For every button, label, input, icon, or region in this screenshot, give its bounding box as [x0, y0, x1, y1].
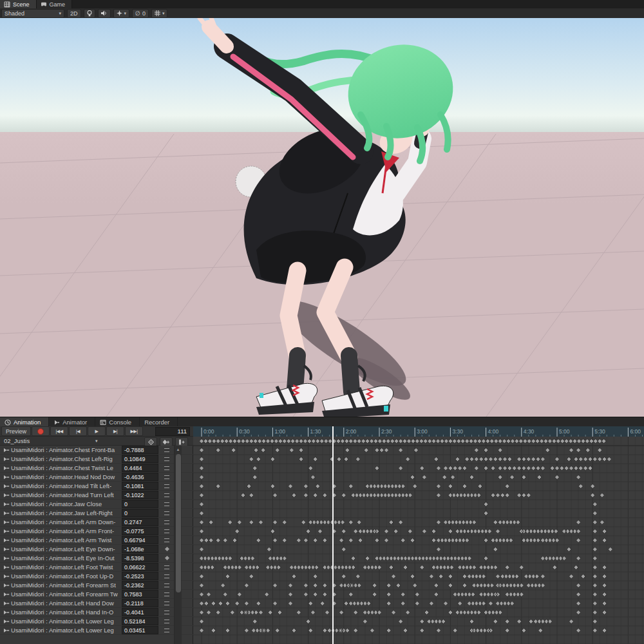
ruler-label: 2:30: [381, 428, 392, 435]
property-row[interactable]: UsamiMidori : Animator.Left Arm Down-0.2…: [0, 518, 193, 527]
go-to-start-button[interactable]: |◀◀: [50, 426, 68, 436]
row-context-menu-button[interactable]: [158, 592, 175, 596]
property-value-field[interactable]: 0.2747: [122, 518, 158, 526]
property-value-field[interactable]: 0.03451: [122, 626, 158, 634]
property-row[interactable]: UsamiMidori : Animator.Left Forearm Tw0.…: [0, 590, 193, 599]
go-to-end-button[interactable]: ▶▶|: [125, 426, 143, 436]
scroll-up-arrow-icon[interactable]: ▲: [175, 446, 182, 453]
clip-dropdown[interactable]: 02_Justis: [0, 437, 30, 444]
property-row[interactable]: UsamiMidori : Animator.Chest Left-Rig0.1…: [0, 455, 193, 464]
next-key-button[interactable]: ▶|: [106, 426, 124, 436]
property-value-field[interactable]: 0.7583: [122, 590, 158, 598]
playhead[interactable]: [332, 426, 334, 644]
property-row[interactable]: UsamiMidori : Animator.Left Forearm St-0…: [0, 581, 193, 590]
property-row[interactable]: UsamiMidori : Animator.Jaw Left-Right0: [0, 509, 193, 518]
scene-lighting-toggle[interactable]: [84, 9, 95, 18]
shading-mode-dropdown[interactable]: Shaded ▾: [1, 9, 64, 18]
scene-effects-dropdown[interactable]: ▾: [113, 9, 130, 18]
property-value-field[interactable]: -0.1081: [122, 482, 158, 490]
property-value-field[interactable]: -0.2118: [122, 599, 158, 607]
row-context-menu-button[interactable]: [158, 611, 175, 614]
property-value-field[interactable]: 0.4484: [122, 464, 158, 472]
property-value-field[interactable]: 0.66794: [122, 536, 158, 544]
row-context-menu-button[interactable]: [158, 538, 175, 542]
vertical-scrollbar[interactable]: ▲: [174, 446, 182, 644]
property-value-field[interactable]: -0.1022: [122, 491, 158, 499]
property-row[interactable]: UsamiMidori : Animator.Left Eye Down--1.…: [0, 545, 193, 554]
row-context-menu-button[interactable]: [158, 547, 175, 551]
keyframe-outline-icon: [148, 439, 154, 445]
timeline-ruler[interactable]: 0:000:301:001:302:002:303:003:304:004:30…: [193, 426, 644, 437]
row-context-menu-button[interactable]: [158, 529, 175, 533]
property-row[interactable]: UsamiMidori : Animator.Left Foot Up-D-0.…: [0, 572, 193, 581]
row-context-menu-button[interactable]: [158, 502, 175, 506]
property-value-field[interactable]: -0.7888: [122, 446, 158, 454]
property-row[interactable]: UsamiMidori : Animator.Left Arm Twist0.6…: [0, 536, 193, 545]
property-row[interactable]: UsamiMidori : Animator.Left Hand Dow-0.2…: [0, 599, 193, 608]
row-context-menu-button[interactable]: [158, 466, 175, 470]
row-context-menu-button[interactable]: [158, 457, 175, 461]
view-tab-scene[interactable]: Scene: [0, 0, 37, 8]
row-context-menu-button[interactable]: [158, 484, 175, 488]
row-context-menu-button[interactable]: [158, 574, 175, 578]
property-row[interactable]: UsamiMidori : Animator.Head Nod Dow-0.46…: [0, 473, 193, 482]
property-value-field[interactable]: 0.06622: [122, 563, 158, 571]
property-value-field[interactable]: 0: [122, 509, 158, 517]
play-button[interactable]: ▶: [88, 426, 106, 436]
property-row[interactable]: UsamiMidori : Animator.Head Tilt Left--0…: [0, 482, 193, 491]
row-context-menu-button[interactable]: [158, 448, 175, 452]
property-value-field[interactable]: -0.4636: [122, 473, 158, 481]
2d-toggle-button[interactable]: 2D: [67, 9, 81, 18]
row-animator-icon: [3, 537, 10, 544]
preview-toggle-button[interactable]: Preview: [1, 426, 31, 436]
row-context-menu-button[interactable]: [158, 511, 175, 515]
property-row[interactable]: UsamiMidori : Animator.Chest Front-Ba-0.…: [0, 446, 193, 455]
property-row[interactable]: UsamiMidori : Animator.Left Eye In-Out-8…: [0, 554, 193, 563]
panel-tab-animation[interactable]: Animation: [0, 417, 49, 427]
previous-key-button[interactable]: |◀: [69, 426, 87, 436]
record-button[interactable]: [32, 426, 50, 436]
scene-viewport[interactable]: [0, 18, 644, 417]
property-value-field[interactable]: 0.52184: [122, 617, 158, 625]
row-context-menu-button[interactable]: [158, 520, 175, 524]
dopesheet[interactable]: [193, 437, 644, 644]
panel-tab-console[interactable]: Console: [95, 417, 140, 427]
property-value-field[interactable]: 0.10849: [122, 455, 158, 463]
property-value-field[interactable]: -0.2523: [122, 572, 158, 580]
property-row[interactable]: UsamiMidori : Animator.Left Foot Twist0.…: [0, 563, 193, 572]
row-context-menu-button[interactable]: [158, 583, 175, 587]
property-row[interactable]: UsamiMidori : Animator.Left Arm Front--0…: [0, 527, 193, 536]
add-keyframe-button[interactable]: [160, 437, 173, 446]
property-value-field[interactable]: 0: [122, 500, 158, 508]
property-row[interactable]: UsamiMidori : Animator.Left Lower Leg0.5…: [0, 617, 193, 626]
panel-tab-recorder[interactable]: Recorder: [140, 417, 178, 427]
row-context-menu-button[interactable]: [158, 565, 175, 569]
add-event-button[interactable]: [175, 437, 188, 446]
row-context-menu-button[interactable]: [158, 475, 175, 479]
property-row[interactable]: UsamiMidori : Animator.Left Lower Leg0.0…: [0, 626, 193, 635]
row-context-menu-button[interactable]: [158, 620, 175, 623]
property-value-field[interactable]: -0.4041: [122, 608, 158, 616]
scene-audio-toggle[interactable]: [98, 9, 111, 18]
grid-visibility-dropdown[interactable]: ▾: [151, 9, 168, 18]
row-animator-icon: [3, 447, 10, 453]
scrollbar-thumb[interactable]: [176, 454, 181, 592]
row-context-menu-button[interactable]: [158, 629, 175, 632]
burger-menu-icon: [164, 529, 169, 533]
filter-curves-button[interactable]: [144, 437, 157, 446]
property-value-field[interactable]: -0.2362: [122, 581, 158, 589]
property-value-field[interactable]: -8.5398: [122, 554, 158, 562]
current-frame-field[interactable]: 111: [155, 427, 190, 436]
row-context-menu-button[interactable]: [158, 556, 175, 560]
property-value-field[interactable]: -1.068e: [122, 545, 158, 553]
row-context-menu-button[interactable]: [158, 601, 175, 605]
view-tab-game[interactable]: Game: [37, 0, 73, 8]
hidden-objects-toggle[interactable]: ∅ 0: [132, 9, 149, 18]
row-context-menu-button[interactable]: [158, 493, 175, 497]
property-row[interactable]: UsamiMidori : Animator.Chest Twist Le0.4…: [0, 464, 193, 473]
property-row[interactable]: UsamiMidori : Animator.Head Turn Left-0.…: [0, 491, 193, 500]
property-value-field[interactable]: -0.0775: [122, 527, 158, 535]
property-row[interactable]: UsamiMidori : Animator.Left Hand In-O-0.…: [0, 608, 193, 617]
property-row[interactable]: UsamiMidori : Animator.Jaw Close0: [0, 500, 193, 509]
panel-tab-animator[interactable]: Animator: [49, 417, 95, 427]
